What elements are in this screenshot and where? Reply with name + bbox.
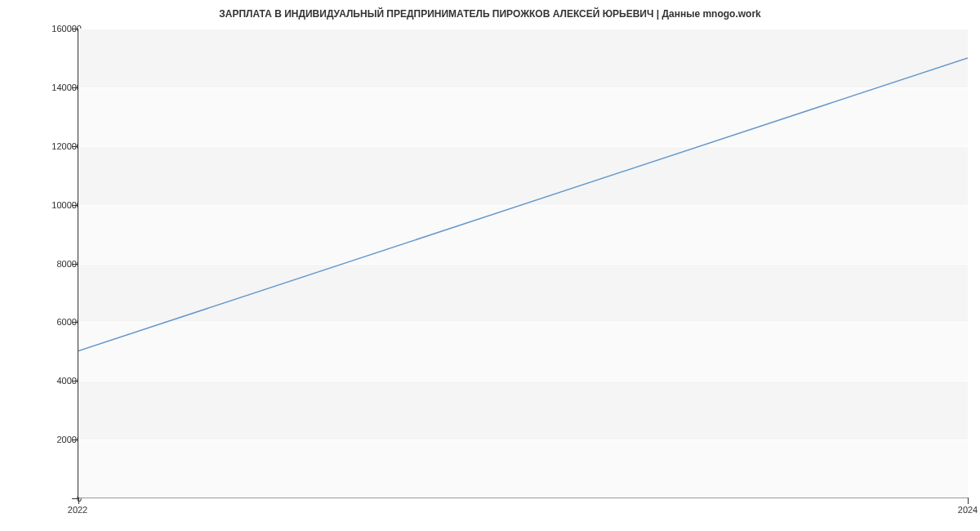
y-tick [72,29,78,29]
y-tick [72,381,78,382]
y-tick [72,205,78,206]
x-tick-label: 2024 [958,505,978,515]
grid-band [78,440,968,498]
grid-line [78,29,968,29]
chart-title: ЗАРПЛАТА В ИНДИВИДУАЛЬНЫЙ ПРЕДПРИНИМАТЕЛ… [0,8,980,20]
grid-line [78,381,968,382]
grid-line [78,322,968,323]
grid-line [78,146,968,147]
y-tick [72,498,78,499]
grid-line [78,264,968,265]
y-tick [72,440,78,440]
grid-band [78,322,968,381]
y-tick [72,87,78,88]
plot-area [78,29,968,498]
y-tick [72,264,78,265]
y-tick [72,146,78,147]
grid-line [78,205,968,206]
x-tick [968,498,969,504]
grid-band [78,205,968,264]
x-tick [78,498,79,504]
chart-container: ЗАРПЛАТА В ИНДИВИДУАЛЬНЫЙ ПРЕДПРИНИМАТЕЛ… [0,0,980,531]
grid-line [78,440,968,440]
grid-line [78,87,968,88]
y-tick [72,322,78,323]
x-tick-label: 2022 [68,505,87,515]
grid-band [78,87,968,146]
